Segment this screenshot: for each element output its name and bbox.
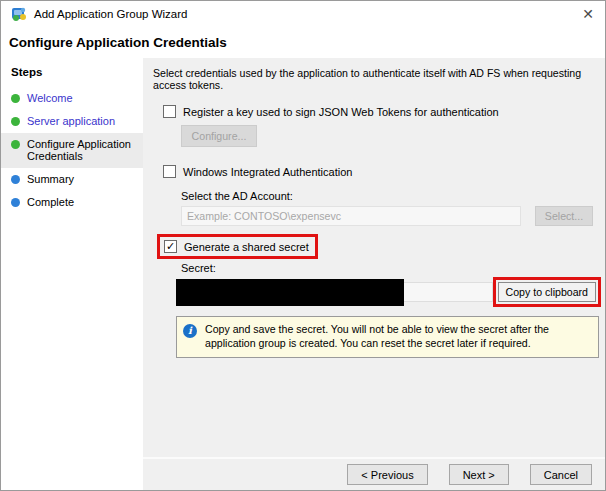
register-key-checkbox[interactable]	[163, 105, 176, 118]
step-bullet-icon	[11, 198, 20, 207]
generate-secret-checkbox[interactable]: ✓	[164, 240, 177, 253]
instruction-text: Select credentials used by the applicati…	[153, 67, 601, 91]
ad-account-row: Select...	[181, 206, 601, 226]
close-icon[interactable]: ✕	[577, 3, 599, 25]
step-bullet-icon	[11, 94, 20, 103]
step-bullet-icon	[11, 117, 20, 126]
sidebar-item-complete: Complete	[1, 191, 143, 214]
windows-auth-checkbox[interactable]	[163, 165, 176, 178]
secret-label: Secret:	[181, 262, 601, 274]
page-title: Configure Application Credentials	[1, 27, 605, 58]
content-column: Select credentials used by the applicati…	[143, 58, 605, 490]
wizard-body: Steps Welcome Server application Configu…	[1, 58, 605, 490]
copy-to-clipboard-button[interactable]: Copy to clipboard	[498, 282, 596, 302]
steps-heading: Steps	[1, 64, 143, 87]
step-bullet-icon	[11, 140, 20, 149]
previous-button[interactable]: < Previous	[347, 464, 427, 485]
steps-sidebar: Steps Welcome Server application Configu…	[1, 58, 143, 490]
sidebar-item-welcome[interactable]: Welcome	[1, 87, 143, 110]
sidebar-item-configure-application-credentials: Configure Application Credentials	[1, 133, 143, 168]
ad-account-input	[181, 206, 521, 226]
redacted-secret	[176, 279, 404, 306]
window-title: Add Application Group Wizard	[34, 8, 577, 20]
generate-secret-label: Generate a shared secret	[184, 241, 309, 253]
configure-button: Configure...	[181, 125, 257, 147]
sidebar-item-summary: Summary	[1, 168, 143, 191]
register-key-row: Register a key used to sign JSON Web Tok…	[163, 105, 601, 118]
wizard-window: Add Application Group Wizard ✕ Configure…	[0, 0, 606, 491]
secret-note: i Copy and save the secret. You will not…	[176, 316, 599, 358]
copy-button-highlight: Copy to clipboard	[493, 277, 601, 307]
secret-note-text: Copy and save the secret. You will not b…	[205, 322, 590, 351]
title-bar: Add Application Group Wizard ✕	[1, 1, 605, 27]
app-icon	[11, 6, 27, 22]
register-key-label: Register a key used to sign JSON Web Tok…	[183, 106, 499, 118]
step-bullet-icon	[11, 175, 20, 184]
generate-secret-highlight: ✓ Generate a shared secret	[157, 234, 318, 259]
windows-auth-label: Windows Integrated Authentication	[183, 166, 352, 178]
next-button[interactable]: Next >	[449, 464, 509, 485]
secret-field	[181, 282, 493, 302]
select-account-button: Select...	[535, 206, 593, 226]
secret-row: Copy to clipboard	[181, 277, 601, 307]
checkmark-icon: ✓	[166, 241, 175, 252]
cancel-button[interactable]: Cancel	[530, 464, 592, 485]
footer-bar: < Previous Next > Cancel	[143, 457, 605, 490]
windows-auth-row: Windows Integrated Authentication	[163, 165, 601, 178]
ad-account-label: Select the AD Account:	[181, 190, 601, 202]
sidebar-item-server-application[interactable]: Server application	[1, 110, 143, 133]
content-panel: Select credentials used by the applicati…	[143, 58, 605, 457]
info-icon: i	[183, 324, 197, 338]
